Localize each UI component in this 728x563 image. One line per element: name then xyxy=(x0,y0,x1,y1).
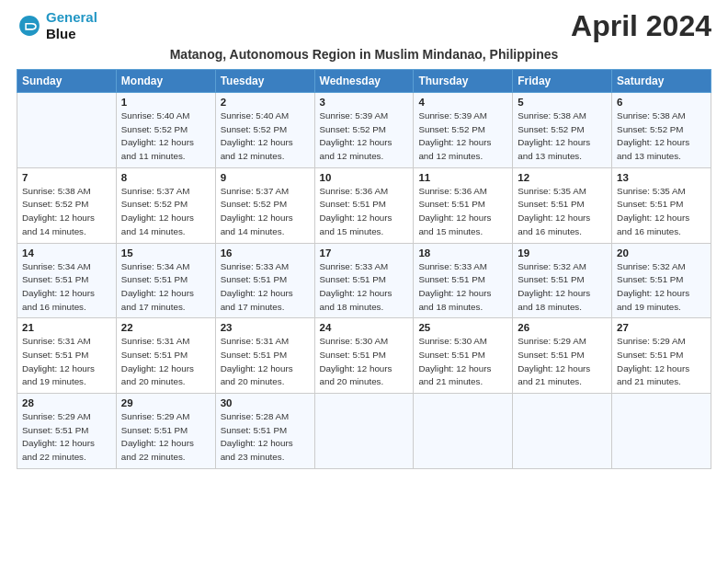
day-info: Sunrise: 5:33 AM Sunset: 5:51 PM Dayligh… xyxy=(320,260,409,315)
day-cell: 18Sunrise: 5:33 AM Sunset: 5:51 PM Dayli… xyxy=(414,243,513,318)
page-header: General Blue April 2024 xyxy=(17,9,711,43)
day-number: 7 xyxy=(22,172,111,183)
day-number: 2 xyxy=(221,97,310,108)
day-cell: 12Sunrise: 5:35 AM Sunset: 5:51 PM Dayli… xyxy=(513,167,612,243)
day-info: Sunrise: 5:35 AM Sunset: 5:51 PM Dayligh… xyxy=(617,185,706,239)
day-info: Sunrise: 5:38 AM Sunset: 5:52 PM Dayligh… xyxy=(518,109,607,164)
day-info: Sunrise: 5:39 AM Sunset: 5:52 PM Dayligh… xyxy=(320,109,409,164)
header-cell-saturday: Saturday xyxy=(612,70,711,93)
logo-text: General Blue xyxy=(46,9,97,42)
day-info: Sunrise: 5:29 AM Sunset: 5:51 PM Dayligh… xyxy=(617,335,706,389)
day-info: Sunrise: 5:37 AM Sunset: 5:52 PM Dayligh… xyxy=(121,185,210,239)
day-cell: 4Sunrise: 5:39 AM Sunset: 5:52 PM Daylig… xyxy=(414,93,513,168)
day-info: Sunrise: 5:30 AM Sunset: 5:51 PM Dayligh… xyxy=(320,335,409,389)
day-cell: 3Sunrise: 5:39 AM Sunset: 5:52 PM Daylig… xyxy=(314,93,414,168)
day-number: 1 xyxy=(121,97,210,108)
day-number: 6 xyxy=(617,97,706,108)
day-number: 29 xyxy=(121,397,210,408)
day-info: Sunrise: 5:35 AM Sunset: 5:51 PM Dayligh… xyxy=(518,185,607,239)
day-number: 16 xyxy=(221,247,310,259)
day-info: Sunrise: 5:36 AM Sunset: 5:51 PM Dayligh… xyxy=(320,185,409,239)
day-cell: 13Sunrise: 5:35 AM Sunset: 5:51 PM Dayli… xyxy=(612,167,711,243)
day-number: 21 xyxy=(22,322,111,333)
day-info: Sunrise: 5:30 AM Sunset: 5:51 PM Dayligh… xyxy=(418,335,507,389)
header-row: SundayMondayTuesdayWednesdayThursdayFrid… xyxy=(17,70,711,93)
day-number: 11 xyxy=(418,172,507,183)
day-cell: 30Sunrise: 5:28 AM Sunset: 5:51 PM Dayli… xyxy=(215,394,314,469)
header-cell-wednesday: Wednesday xyxy=(314,70,414,93)
day-number: 12 xyxy=(518,172,607,183)
header-cell-thursday: Thursday xyxy=(414,70,513,93)
day-number: 28 xyxy=(22,397,111,408)
day-cell: 19Sunrise: 5:32 AM Sunset: 5:51 PM Dayli… xyxy=(513,243,612,318)
day-cell: 14Sunrise: 5:34 AM Sunset: 5:51 PM Dayli… xyxy=(17,243,117,318)
day-info: Sunrise: 5:31 AM Sunset: 5:51 PM Dayligh… xyxy=(221,335,310,389)
day-number: 5 xyxy=(518,97,607,108)
day-number: 13 xyxy=(617,172,706,183)
day-info: Sunrise: 5:39 AM Sunset: 5:52 PM Dayligh… xyxy=(418,109,507,164)
day-number: 20 xyxy=(617,247,706,259)
day-cell: 17Sunrise: 5:33 AM Sunset: 5:51 PM Dayli… xyxy=(314,243,414,318)
calendar-table: SundayMondayTuesdayWednesdayThursdayFrid… xyxy=(17,69,711,469)
header-cell-monday: Monday xyxy=(116,70,215,93)
day-cell: 10Sunrise: 5:36 AM Sunset: 5:51 PM Dayli… xyxy=(314,167,414,243)
day-cell: 23Sunrise: 5:31 AM Sunset: 5:51 PM Dayli… xyxy=(215,318,314,394)
day-info: Sunrise: 5:40 AM Sunset: 5:52 PM Dayligh… xyxy=(121,109,210,164)
day-info: Sunrise: 5:28 AM Sunset: 5:51 PM Dayligh… xyxy=(221,410,310,465)
day-info: Sunrise: 5:37 AM Sunset: 5:52 PM Dayligh… xyxy=(221,185,310,239)
day-number: 8 xyxy=(121,172,210,183)
day-number: 25 xyxy=(418,322,507,333)
day-cell: 9Sunrise: 5:37 AM Sunset: 5:52 PM Daylig… xyxy=(215,167,314,243)
week-row-5: 28Sunrise: 5:29 AM Sunset: 5:51 PM Dayli… xyxy=(17,394,711,469)
day-cell: 28Sunrise: 5:29 AM Sunset: 5:51 PM Dayli… xyxy=(17,394,117,469)
day-cell xyxy=(612,394,711,469)
day-cell: 2Sunrise: 5:40 AM Sunset: 5:52 PM Daylig… xyxy=(215,93,314,168)
day-info: Sunrise: 5:34 AM Sunset: 5:51 PM Dayligh… xyxy=(121,260,210,315)
day-cell: 21Sunrise: 5:31 AM Sunset: 5:51 PM Dayli… xyxy=(17,318,117,394)
day-cell: 26Sunrise: 5:29 AM Sunset: 5:51 PM Dayli… xyxy=(513,318,612,394)
calendar-body: 1Sunrise: 5:40 AM Sunset: 5:52 PM Daylig… xyxy=(17,93,711,469)
day-cell: 24Sunrise: 5:30 AM Sunset: 5:51 PM Dayli… xyxy=(314,318,414,394)
day-number: 30 xyxy=(221,397,310,408)
day-cell: 1Sunrise: 5:40 AM Sunset: 5:52 PM Daylig… xyxy=(116,93,215,168)
logo: General Blue xyxy=(17,9,97,42)
day-cell: 27Sunrise: 5:29 AM Sunset: 5:51 PM Dayli… xyxy=(612,318,711,394)
header-cell-sunday: Sunday xyxy=(17,70,117,93)
day-cell: 20Sunrise: 5:32 AM Sunset: 5:51 PM Dayli… xyxy=(612,243,711,318)
day-info: Sunrise: 5:36 AM Sunset: 5:51 PM Dayligh… xyxy=(418,185,507,239)
header-cell-tuesday: Tuesday xyxy=(215,70,314,93)
month-title: April 2024 xyxy=(571,9,711,43)
day-number: 27 xyxy=(617,322,706,333)
day-cell: 5Sunrise: 5:38 AM Sunset: 5:52 PM Daylig… xyxy=(513,93,612,168)
day-cell xyxy=(414,394,513,469)
day-info: Sunrise: 5:33 AM Sunset: 5:51 PM Dayligh… xyxy=(418,260,507,315)
day-info: Sunrise: 5:33 AM Sunset: 5:51 PM Dayligh… xyxy=(221,260,310,315)
day-info: Sunrise: 5:31 AM Sunset: 5:51 PM Dayligh… xyxy=(22,335,111,389)
day-cell: 29Sunrise: 5:29 AM Sunset: 5:51 PM Dayli… xyxy=(116,394,215,469)
day-cell: 8Sunrise: 5:37 AM Sunset: 5:52 PM Daylig… xyxy=(116,167,215,243)
day-number: 15 xyxy=(121,247,210,259)
day-info: Sunrise: 5:29 AM Sunset: 5:51 PM Dayligh… xyxy=(22,410,111,465)
week-row-3: 14Sunrise: 5:34 AM Sunset: 5:51 PM Dayli… xyxy=(17,243,711,318)
day-number: 24 xyxy=(320,322,409,333)
day-info: Sunrise: 5:38 AM Sunset: 5:52 PM Dayligh… xyxy=(22,185,111,239)
day-number: 9 xyxy=(221,172,310,183)
week-row-4: 21Sunrise: 5:31 AM Sunset: 5:51 PM Dayli… xyxy=(17,318,711,394)
day-cell: 7Sunrise: 5:38 AM Sunset: 5:52 PM Daylig… xyxy=(17,167,117,243)
day-cell xyxy=(314,394,414,469)
logo-icon xyxy=(17,13,42,39)
day-number: 3 xyxy=(320,97,409,108)
week-row-2: 7Sunrise: 5:38 AM Sunset: 5:52 PM Daylig… xyxy=(17,167,711,243)
day-info: Sunrise: 5:32 AM Sunset: 5:51 PM Dayligh… xyxy=(518,260,607,315)
day-info: Sunrise: 5:32 AM Sunset: 5:51 PM Dayligh… xyxy=(617,260,706,315)
day-cell: 25Sunrise: 5:30 AM Sunset: 5:51 PM Dayli… xyxy=(414,318,513,394)
day-cell: 15Sunrise: 5:34 AM Sunset: 5:51 PM Dayli… xyxy=(116,243,215,318)
day-number: 10 xyxy=(320,172,409,183)
day-number: 17 xyxy=(320,247,409,259)
day-number: 18 xyxy=(418,247,507,259)
day-number: 23 xyxy=(221,322,310,333)
day-cell xyxy=(513,394,612,469)
day-info: Sunrise: 5:31 AM Sunset: 5:51 PM Dayligh… xyxy=(121,335,210,389)
day-info: Sunrise: 5:38 AM Sunset: 5:52 PM Dayligh… xyxy=(617,109,706,164)
day-info: Sunrise: 5:34 AM Sunset: 5:51 PM Dayligh… xyxy=(22,260,111,315)
